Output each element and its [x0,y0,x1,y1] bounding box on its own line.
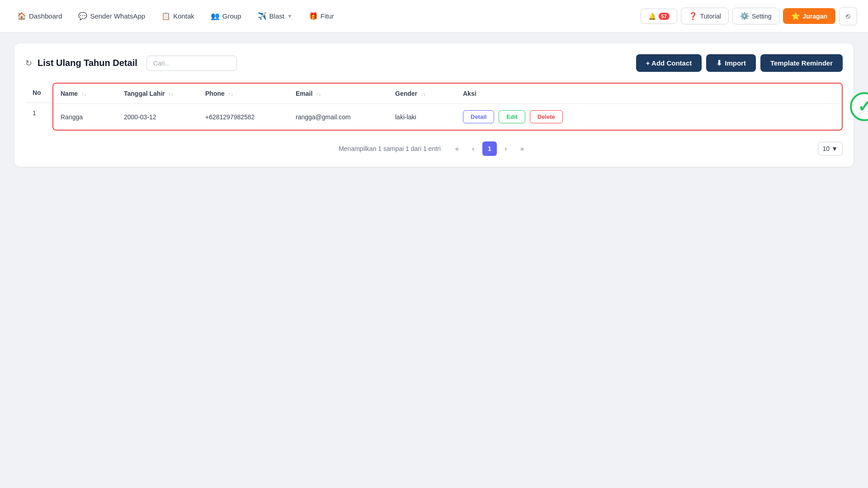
cell-aksi: Detail Edit Delete [456,104,842,130]
whatsapp-icon: 💬 [78,12,87,20]
col-header-email[interactable]: Email ↑↓ [288,84,388,104]
first-page-button[interactable]: « [450,141,464,156]
col-header-phone[interactable]: Phone ↑↓ [198,84,288,104]
nav-kontak[interactable]: 📋 Kontak [155,8,201,24]
logout-icon: ⎋ [846,12,850,20]
sort-icon-gender: ↑↓ [421,91,426,97]
tutorial-label: Tutorial [700,13,721,20]
home-icon: 🏠 [17,12,26,20]
nav-dashboard[interactable]: 🏠 Dashboard [11,8,68,24]
blast-icon: ✈️ [258,12,267,20]
main-content: ↻ List Ulang Tahun Detail + Add Contact … [0,33,868,178]
col-header-tanggal[interactable]: Tanggal Lahir ↑↓ [117,84,198,104]
sort-icon-phone: ↑↓ [228,91,233,97]
sort-icon-name: ↑↓ [81,91,86,97]
bell-icon: 🔔 [648,13,656,20]
navbar: 🏠 Dashboard 💬 Sender WhatsApp 📋 Kontak 👥… [0,0,868,33]
juragan-button[interactable]: ⭐ Juragan [783,8,835,24]
sort-icon-email: ↑↓ [316,91,321,97]
notification-button[interactable]: 🔔 57 [641,9,677,24]
star-icon: ⭐ [791,12,800,20]
add-contact-button[interactable]: + Add Contact [636,54,702,72]
kontak-icon: 📋 [161,12,170,20]
tutorial-icon: ❓ [689,12,698,20]
cell-tanggal: 2000-03-12 [117,104,198,130]
cell-phone: +6281297982582 [198,104,288,130]
prev-page-button[interactable]: ‹ [466,141,481,156]
chevron-down-icon: ▼ [831,145,838,152]
col-header-no: No [25,83,52,103]
no-column-table: No 1 [25,83,52,123]
check-mark-icon: ✓ [858,99,868,115]
nav-fitur-label: Fitur [321,12,334,20]
next-page-button[interactable]: › [499,141,513,156]
cell-name: Rangga [53,104,117,130]
page-title: List Ulang Tahun Detail [38,58,137,68]
sort-icon-tanggal: ↑↓ [169,91,174,97]
nav-blast-label: Blast [269,12,284,20]
delete-button[interactable]: Delete [530,110,563,123]
nav-fitur[interactable]: 🎁 Fitur [302,8,340,24]
detail-button[interactable]: Detail [463,110,494,123]
row-no: 1 [25,103,52,123]
pagination-info: Menampilkan 1 sampai 1 dari 1 entri [339,145,441,152]
per-page-value: 10 [823,145,830,152]
nav-kontak-label: Kontak [173,12,194,20]
group-icon: 👥 [211,12,220,20]
nav-group[interactable]: 👥 Group [204,8,248,24]
import-label: Import [725,59,746,67]
table-wrapper: No 1 Name ↑↓ [25,83,843,131]
col-header-aksi: Aksi [456,84,842,104]
pagination-row: Menampilkan 1 sampai 1 dari 1 entri « ‹ … [25,141,843,156]
col-header-name[interactable]: Name ↑↓ [53,84,117,104]
notification-badge: 57 [659,13,670,20]
template-reminder-label: Template Reminder [770,59,833,67]
per-page-select[interactable]: 10 ▼ [818,142,843,155]
setting-button[interactable]: ⚙️ Setting [732,8,779,24]
refresh-icon[interactable]: ↻ [25,58,32,68]
chevron-down-icon: ▼ [287,13,292,19]
card-header: ↻ List Ulang Tahun Detail + Add Contact … [25,54,843,72]
logout-button[interactable]: ⎋ [839,7,857,25]
gear-icon: ⚙️ [740,12,749,20]
cell-gender: laki-laki [388,104,456,130]
setting-label: Setting [752,13,772,20]
nav-sender-label: Sender WhatsApp [90,12,145,20]
page-1-button[interactable]: 1 [482,141,497,156]
nav-sender-whatsapp[interactable]: 💬 Sender WhatsApp [72,8,151,24]
cell-email: rangga@gmail.com [288,104,388,130]
table-header-row: Name ↑↓ Tanggal Lahir ↑↓ Phone ↑↓ Email … [53,84,842,104]
nav-group-label: Group [222,12,241,20]
nav-dashboard-label: Dashboard [29,12,62,20]
last-page-button[interactable]: » [515,141,529,156]
table-row: Rangga 2000-03-12 +6281297982582 rangga@… [53,104,842,130]
fitur-icon: 🎁 [309,12,318,20]
highlighted-table-container: Name ↑↓ Tanggal Lahir ↑↓ Phone ↑↓ Email … [52,83,843,131]
import-icon: ⬇ [716,59,722,67]
juragan-label: Juragan [803,13,827,20]
header-actions: + Add Contact ⬇ Import Template Reminder [636,54,843,72]
success-checkmark: ✓ [850,92,868,121]
search-input[interactable] [146,56,237,71]
contacts-table: Name ↑↓ Tanggal Lahir ↑↓ Phone ↑↓ Email … [53,84,842,130]
tutorial-button[interactable]: ❓ Tutorial [681,8,729,24]
nav-blast[interactable]: ✈️ Blast ▼ [251,8,299,24]
col-header-gender[interactable]: Gender ↑↓ [388,84,456,104]
template-reminder-button[interactable]: Template Reminder [760,54,843,72]
import-button[interactable]: ⬇ Import [706,54,756,72]
main-card: ↻ List Ulang Tahun Detail + Add Contact … [14,43,854,167]
edit-button[interactable]: Edit [499,110,525,123]
check-circle: ✓ [850,92,868,121]
add-contact-label: + Add Contact [646,59,692,67]
